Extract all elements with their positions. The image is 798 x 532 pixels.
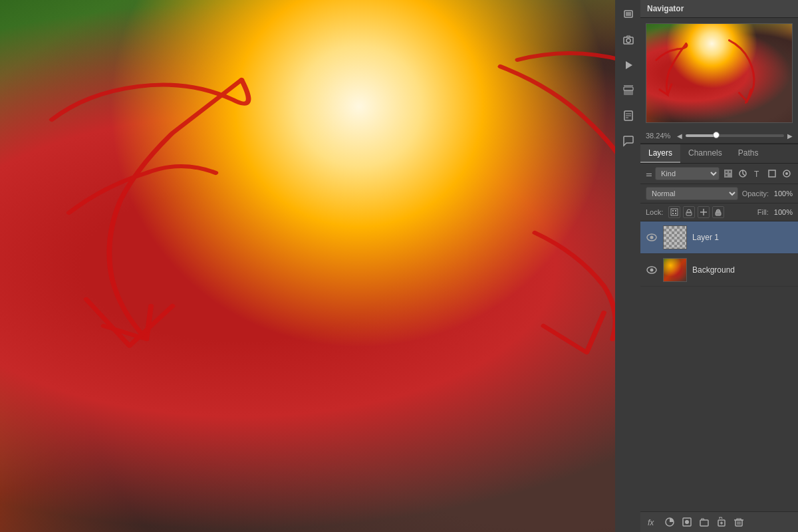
svg-text:fx: fx [648,518,654,527]
zoom-area: 38.24% ◀ ▶ [640,128,798,144]
layer-item-background[interactable]: Background [640,254,798,287]
svg-rect-29 [716,212,721,215]
svg-point-33 [650,269,654,272]
svg-point-20 [785,172,788,175]
svg-rect-38 [700,520,708,526]
svg-rect-18 [769,170,775,177]
navigator-header: Navigator [640,0,798,18]
svg-rect-15 [726,174,728,176]
svg-rect-1 [626,12,631,16]
tool-icons-sidebar [615,0,642,532]
svg-rect-23 [675,210,676,211]
lock-label: Lock: [646,208,663,216]
navigator-image[interactable] [646,23,793,123]
kind-label: ⚌ [646,170,652,178]
background-visibility-toggle[interactable] [646,264,658,276]
shape-filter-icon[interactable] [766,168,778,180]
adjustment-layer-button[interactable] [663,515,676,529]
tab-layers[interactable]: Layers [640,144,680,163]
zoom-slider-fill [686,134,715,137]
lock-image-pixels-icon[interactable] [683,206,695,218]
layers-content: ⚌ Kind T [640,164,798,532]
background-thumbnail [663,258,687,282]
delete-layer-button[interactable] [732,515,745,529]
move-tool-icon[interactable] [619,5,638,24]
navigator-thumbnail-area [640,18,798,128]
layer1-name: Layer 1 [692,233,793,242]
zoom-in-button[interactable]: ▶ [787,132,793,140]
play-tool-icon[interactable] [619,56,638,74]
fill-value[interactable]: 100% [774,208,793,216]
blend-opacity-row: Normal Opacity: 100% [640,184,798,203]
zoom-out-button[interactable]: ◀ [677,132,682,140]
new-layer-button[interactable] [715,515,728,529]
svg-rect-12 [724,170,732,178]
pixel-filter-icon[interactable] [722,168,734,180]
tab-paths[interactable]: Paths [730,144,767,163]
svg-point-31 [650,236,654,239]
lock-all-icon[interactable] [712,206,724,218]
fill-label: Fill: [757,208,769,216]
zoom-slider[interactable] [686,134,784,137]
svg-rect-13 [726,171,728,173]
background-name: Background [692,265,793,275]
svg-marker-4 [626,61,632,69]
effects-button[interactable]: fx [646,515,659,529]
opacity-label: Opacity: [742,190,769,198]
opacity-value[interactable]: 100% [773,190,793,198]
navigator-panel: Navigator 38.24% ◀ [640,0,798,144]
blend-mode-select[interactable]: Normal [646,187,738,200]
svg-rect-22 [672,210,674,211]
lock-transparent-pixels-icon[interactable] [668,206,680,218]
svg-rect-25 [675,213,676,214]
panels-area: Navigator 38.24% ◀ [640,0,798,532]
svg-rect-24 [672,213,674,214]
group-layers-button[interactable] [698,515,711,529]
tab-channels[interactable]: Channels [680,144,730,163]
adjustment-filter-icon[interactable] [737,168,749,180]
svg-point-37 [685,520,689,524]
camera-tool-icon[interactable] [619,31,638,49]
navigator-title: Navigator [647,4,684,13]
kind-select[interactable]: Kind [655,167,720,180]
notes-tool-icon[interactable] [619,106,638,125]
zoom-slider-handle[interactable] [713,132,720,138]
layer1-visibility-toggle[interactable] [646,231,658,243]
zoom-percent: 38.24% [646,132,674,140]
layers-toolbar: fx [640,511,798,532]
comments-tool-icon[interactable] [619,132,638,150]
lock-position-icon[interactable] [698,206,710,218]
svg-rect-21 [671,209,678,215]
mask-button[interactable] [680,515,694,529]
layer-item-layer1[interactable]: Layer 1 [640,221,798,254]
smart-filter-icon[interactable] [781,168,793,180]
kind-filter-row: ⚌ Kind T [640,164,798,184]
type-filter-icon[interactable]: T [751,168,763,180]
panel-tabs: Layers Channels Paths [640,144,798,164]
layer-list: Layer 1 Background [640,221,798,511]
layer1-thumbnail [663,225,687,249]
svg-text:T: T [754,170,759,178]
svg-rect-14 [729,171,731,173]
nav-sketch-overlay [646,24,792,122]
lock-fill-row: Lock: [640,203,798,221]
layers-tool-icon[interactable] [619,81,638,100]
svg-point-3 [626,39,630,43]
